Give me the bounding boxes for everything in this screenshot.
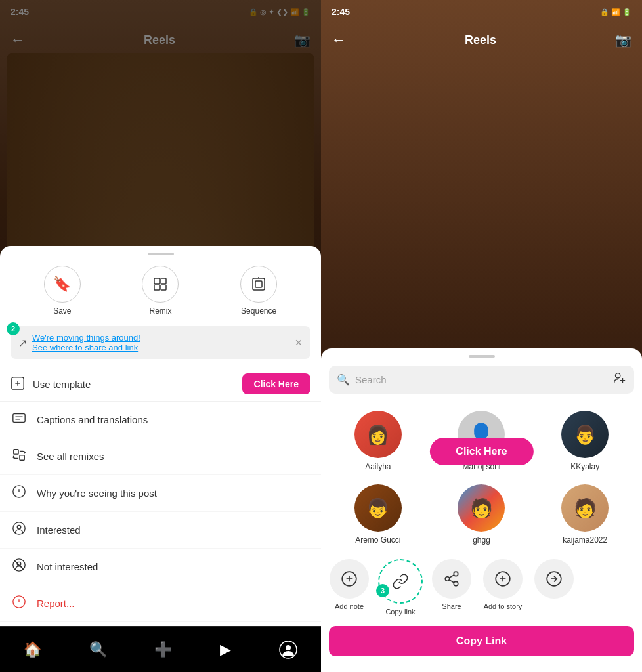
svg-rect-5 [255, 281, 262, 287]
share-action[interactable]: Share [429, 559, 475, 610]
right-back-button[interactable]: ← [332, 32, 346, 49]
menu-item-captions[interactable]: Captions and translations [0, 402, 321, 438]
svg-rect-14 [20, 455, 24, 460]
nav-search[interactable]: 🔍 [89, 641, 107, 658]
share-actions-row: Add note 3 Copy link [321, 559, 642, 621]
menu-item-why[interactable]: Why you're seeing this post [0, 475, 321, 512]
add-user-icon[interactable] [612, 371, 626, 388]
nav-home[interactable]: 🏠 [24, 641, 41, 658]
do-action[interactable] [531, 559, 577, 602]
sequence-icon [240, 266, 277, 303]
svg-rect-2 [154, 285, 160, 290]
contact-ghgg[interactable]: 🧑 ghgg [430, 478, 534, 551]
banner-line1: We're moving things around! [32, 333, 289, 343]
contact-avatar-ghgg: 🧑 [458, 484, 505, 532]
copy-link-button[interactable]: Copy Link [329, 626, 634, 656]
nav-profile[interactable] [279, 640, 297, 659]
share-banner: 2 ↗ We're moving things around! See wher… [11, 326, 310, 359]
left-bottom-nav: 🏠 🔍 ➕ ▶ [0, 626, 321, 672]
remixes-icon [11, 448, 28, 465]
not-interested-icon [11, 558, 28, 576]
save-label: Save [53, 306, 71, 316]
copy-link-label: Copy link [385, 608, 415, 616]
use-template-icon [11, 376, 25, 392]
menu-item-not-interested[interactable]: Not interested [0, 549, 321, 585]
contact-kaijama[interactable]: 🧑 kaijama2022 [533, 478, 637, 551]
captions-icon [11, 411, 28, 429]
remix-action[interactable]: Remix [142, 266, 179, 316]
contact-name-ghgg: ghgg [473, 536, 490, 545]
menu-item-remixes[interactable]: See all remixes [0, 438, 321, 475]
sequence-action[interactable]: Sequence [240, 266, 277, 316]
svg-rect-3 [161, 285, 166, 290]
right-share-sheet: 🔍 Search 👩 Aailyha [321, 348, 642, 672]
nav-create[interactable]: ➕ [154, 641, 172, 658]
use-template-button[interactable]: Click Here [242, 373, 310, 394]
banner-line2[interactable]: See where to share and link [32, 343, 289, 352]
copy-link-action[interactable]: 3 Copy link [377, 559, 423, 616]
copy-link-badge: 3 [376, 584, 389, 597]
share-label: Share [442, 602, 461, 610]
sequence-label: Sequence [241, 306, 276, 316]
right-nav-title: Reels [465, 33, 496, 47]
svg-rect-10 [13, 414, 25, 423]
contact-name-kaijama: kaijama2022 [563, 536, 607, 545]
banner-badge: 2 [7, 322, 20, 335]
svg-point-42 [454, 581, 458, 586]
svg-rect-1 [161, 278, 166, 284]
add-to-story-label: Add to story [484, 602, 523, 610]
captions-label: Captions and translations [37, 414, 148, 425]
svg-rect-13 [14, 450, 18, 454]
left-panel: 2:45 🔒 ◎ ✦ ❮❯ 📶 🔋 ← Reels 📷 🔖 Save [0, 0, 321, 672]
contact-aremo[interactable]: 👦 Aremo Gucci [326, 478, 430, 551]
search-input[interactable]: Search [355, 374, 607, 385]
svg-point-19 [17, 525, 21, 529]
svg-point-40 [454, 572, 458, 576]
contact-kkyalay[interactable]: 👨 KKyalay [533, 404, 637, 478]
add-note-label: Add note [335, 602, 364, 610]
right-status-icons: 🔒 📶 🔋 [600, 8, 631, 16]
add-to-story-action[interactable]: Add to story [480, 559, 526, 610]
search-bar: 🔍 Search [329, 366, 634, 394]
contact-aailyha[interactable]: 👩 Aailyha [326, 404, 430, 478]
why-icon [11, 484, 28, 502]
report-label: Report... [37, 598, 75, 609]
not-interested-label: Not interested [37, 561, 98, 572]
add-note-action[interactable]: Add note [326, 559, 372, 610]
contact-avatar-aremo: 👦 [354, 484, 402, 532]
remix-label: Remix [149, 306, 171, 316]
save-action[interactable]: 🔖 Save [44, 266, 81, 316]
svg-point-33 [286, 645, 291, 650]
do-icon [534, 559, 574, 598]
remix-icon [142, 266, 179, 303]
click-here-button-right[interactable]: Click Here [429, 438, 533, 465]
right-status-bar: 2:45 🔒 📶 🔋 [321, 0, 642, 24]
right-camera-icon[interactable]: 📷 [615, 32, 631, 48]
copy-link-dashed-border [378, 559, 423, 604]
menu-item-interested[interactable]: Interested [0, 512, 321, 549]
nav-reels[interactable]: ▶ [220, 641, 231, 658]
right-sheet-handle [469, 355, 495, 358]
banner-text: We're moving things around! See where to… [32, 333, 289, 352]
report-icon [11, 595, 28, 612]
share-icon [432, 559, 471, 598]
why-label: Why you're seeing this post [37, 488, 157, 499]
svg-line-44 [449, 575, 454, 578]
contact-avatar-kkyalay: 👨 [561, 411, 609, 458]
left-bottom-sheet: 🔖 Save Remix [0, 246, 321, 672]
search-icon: 🔍 [337, 373, 350, 386]
add-to-story-icon [483, 559, 523, 598]
contact-name-kkyalay: KKyalay [570, 462, 599, 471]
svg-point-34 [616, 373, 620, 378]
banner-close-icon[interactable]: ✕ [295, 337, 303, 348]
banner-arrow-icon: ↗ [18, 337, 27, 349]
menu-item-report[interactable]: Report... [0, 585, 321, 622]
save-icon: 🔖 [44, 266, 81, 303]
sheet-drag-handle [148, 253, 174, 255]
top-action-row: 🔖 Save Remix [0, 266, 321, 326]
add-note-icon [330, 559, 369, 598]
svg-point-18 [13, 522, 25, 534]
use-template-label: Use template [33, 379, 91, 390]
right-status-time: 2:45 [332, 7, 350, 17]
remixes-label: See all remixes [37, 451, 104, 462]
